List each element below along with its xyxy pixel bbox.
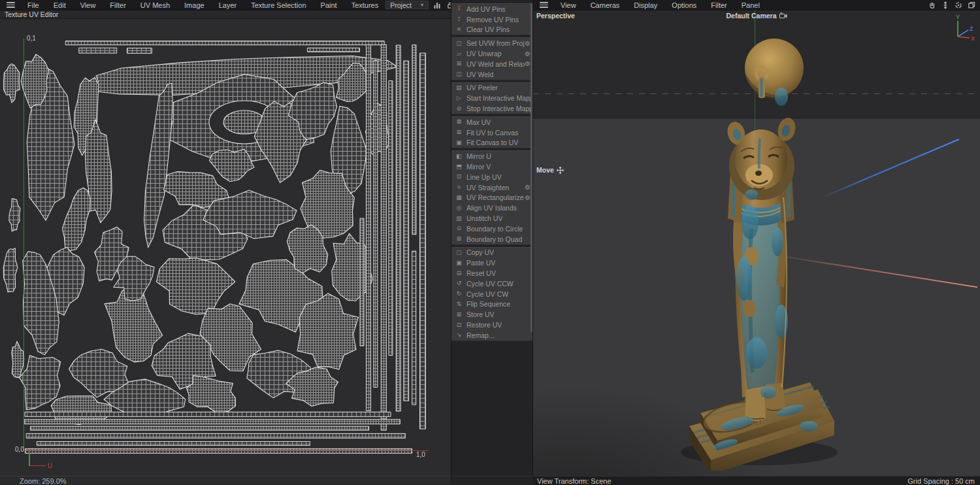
project-dropdown[interactable]: Project ▾ [385,1,429,9]
flip-sequence-icon: ⇅ [455,301,463,307]
perspective-viewport[interactable]: Perspective Default Camera Move Y [533,10,980,476]
projection-icon: ◫ [455,41,463,46]
panel-item-uv-weld[interactable]: ◫UV Weld [451,69,532,80]
gear-icon[interactable]: ⚙ [525,50,531,58]
uv-gizmo-v-axis [29,453,30,466]
panel-item-uv-weld-and-relax[interactable]: ⊞UV Weld and Relax⚙ [451,59,532,69]
panel-item-clear-uv-pins[interactable]: ✕Clear UV Pins [451,25,532,35]
menu-paint[interactable]: Paint [314,1,344,10]
command-group-4: ⊠Max UV⊞Fit UV to Canvas▣Fit Canvas to U… [451,116,532,148]
grid-spacing-status: Grid Spacing : 50 cm [907,477,975,485]
viewport-camera-label[interactable]: Default Camera [533,12,980,20]
panel-item-stop-interactive-mapping[interactable]: ⊘Stop Interactive Mapping [451,103,532,114]
unwrap-icon: ▱ [455,51,463,57]
command-group-1: ↧Add UV Pins↥Remove UV Pins✕Clear UV Pin… [451,3,532,35]
panel-item-uv-straighten[interactable]: ≡UV Straighten⚙ [451,182,532,193]
vp-menu-filter[interactable]: Filter [704,1,734,10]
panel-item-remove-uv-pins[interactable]: ↥Remove UV Pins [451,14,532,25]
panel-item-align-uv-islands[interactable]: ◎Align UV Islands [451,203,532,213]
panel-item-set-uvw-from-projection[interactable]: ◫Set UVW from Projection⚙ [451,38,532,48]
menu-view[interactable]: View [73,1,103,10]
panel-item-uv-unwrap[interactable]: ▱UV Unwrap⚙ [451,48,532,59]
uv-coord-1-0: 1,0 [416,451,425,458]
panel-item-unstitch-uv[interactable]: ▥Unstitch UV [451,213,532,224]
panel-item-flip-sequence[interactable]: ⇅Flip Sequence [451,299,532,310]
panel-item-store-uv[interactable]: ⊞Store UV [451,309,532,320]
panel-item-copy-uv[interactable]: ▢Copy UV [451,248,532,258]
panel-item-cycle-uv-ccw[interactable]: ↺Cycle UV CCW [451,278,532,289]
uv-mesh-canvas[interactable] [0,19,451,476]
weld-icon: ◫ [455,71,463,77]
menu-filter[interactable]: Filter [103,1,133,10]
panel-item-restore-uv[interactable]: ⊡Restore UV [451,320,532,330]
panel-item-cycle-uv-cw[interactable]: ↻Cycle UV CW [451,289,532,299]
panel-item-label: Set UVW from Projection [466,39,525,47]
panel-item-label: Mirror V [466,163,491,171]
menu-file[interactable]: File [20,1,46,10]
panel-item-mirror-u[interactable]: ◧Mirror U [451,151,532,161]
panel-item-remap[interactable]: ↘Remap... [451,330,532,341]
uv-canvas-area[interactable]: 0,1 0,0 1,0 U [0,19,451,476]
menu-uv-mesh[interactable]: UV Mesh [133,1,177,10]
panel-item-fit-uv-to-canvas[interactable]: ⊞Fit UV to Canvas [451,127,532,138]
menu-textures[interactable]: Textures [344,1,386,10]
tool-name: Move [536,166,554,174]
histogram-icon[interactable] [433,1,442,9]
hand-icon[interactable] [928,1,937,9]
panel-item-label: Flip Sequence [466,300,510,308]
maximize-viewport-icon[interactable] [967,1,976,9]
orbit-icon[interactable] [954,1,963,9]
reset-icon: ⊟ [455,271,463,276]
panel-item-line-up-uv[interactable]: ⊡Line Up UV [451,172,532,182]
panel-item-label: Mirror U [466,152,491,160]
hamburger-menu-icon[interactable] [536,2,553,8]
vp-menu-panel[interactable]: Panel [734,1,767,10]
command-group-6: ▢Copy UV▣Paste UV⊟Reset UV↺Cycle UV CCW↻… [451,247,532,341]
panel-item-add-uv-pins[interactable]: ↧Add UV Pins [451,4,532,14]
gear-icon[interactable]: ⚙ [525,40,531,47]
viewport-toolbar [928,1,977,9]
panel-item-uv-rectangularize[interactable]: ▦UV Rectangularize⚙ [451,193,532,203]
menu-edit[interactable]: Edit [46,1,73,10]
statue-3d-model[interactable] [653,26,849,471]
menu-layer[interactable]: Layer [212,1,244,10]
panel-item-start-interactive-mapping[interactable]: ▷Start Interactive Mapping [451,93,532,103]
menu-texture-selection[interactable]: Texture Selection [244,1,313,10]
camera-icon [779,12,787,19]
vp-menu-view[interactable]: View [553,1,583,10]
vp-menu-display[interactable]: Display [627,1,664,10]
panel-item-label: Start Interactive Mapping [466,94,531,102]
boundary-quad-icon: ⊞ [455,236,463,242]
pan-vertical-icon[interactable] [941,1,950,9]
orientation-axis-gizmo[interactable]: Y Z X [949,13,975,41]
panel-item-boundary-to-quad[interactable]: ⊞Boundary to Quad [451,234,532,244]
scrollbar-thumb[interactable] [531,3,532,332]
viewport-statusbar: View Transform: Scene Grid Spacing : 50 … [533,476,980,485]
panel-item-reset-uv[interactable]: ⊟Reset UV [451,268,532,278]
mid-statusbar [451,476,534,485]
copy-icon: ▢ [455,250,463,256]
uv-editor-menubar: FileEditViewFilterUV MeshImageLayerTextu… [0,0,451,10]
stop-icon: ⊘ [455,106,463,112]
gizmo-y-label: Y [956,14,960,20]
panel-item-mirror-v[interactable]: ⬒Mirror V [451,161,532,172]
command-panel-scrollbar[interactable] [531,3,532,332]
panel-item-label: Store UV [466,310,495,318]
uv-gizmo-u-label: U [48,462,52,469]
vp-menu-options[interactable]: Options [664,1,704,10]
uv-coord-0-1: 0,1 [27,35,36,42]
panel-item-max-uv[interactable]: ⊠Max UV [451,117,532,127]
panel-item-fit-canvas-to-uv[interactable]: ▣Fit Canvas to UV [451,138,532,148]
hamburger-menu-icon[interactable] [3,2,20,8]
mirror-v-icon: ⬒ [455,164,463,170]
gear-icon[interactable]: ⚙ [525,194,531,201]
panel-item-paste-uv[interactable]: ▣Paste UV [451,258,532,268]
gear-icon[interactable]: ⚙ [525,60,531,67]
menu-image[interactable]: Image [177,1,212,10]
vp-menu-cameras[interactable]: Cameras [583,1,627,10]
gizmo-x-label: X [971,35,975,41]
panel-item-uv-peeler[interactable]: ▤UV Peeler [451,83,532,93]
gear-icon[interactable]: ⚙ [525,184,531,191]
rectangularize-icon: ▦ [455,195,463,201]
panel-item-boundary-to-circle[interactable]: ⊙Boundary to Circle [451,224,532,234]
